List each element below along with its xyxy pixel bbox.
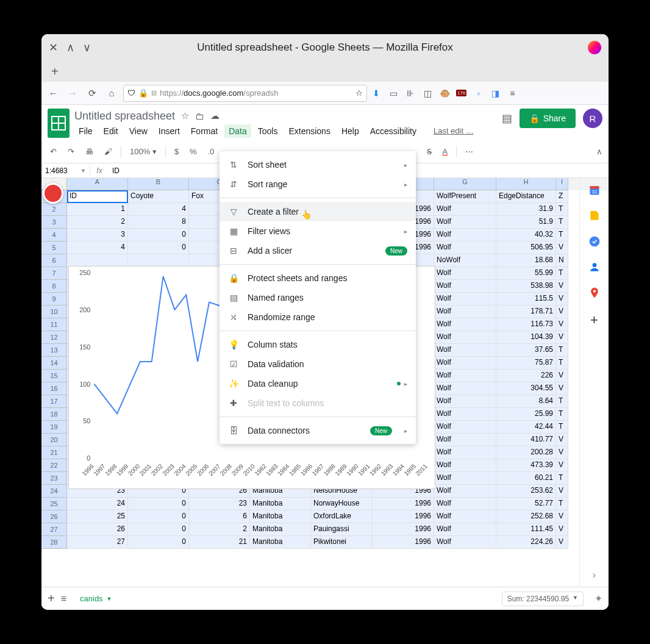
menu-format[interactable]: Format [187, 124, 222, 138]
row-header[interactable]: 20 [41, 434, 67, 446]
cell[interactable]: V [556, 370, 568, 382]
menu-file[interactable]: File [74, 124, 97, 138]
cell[interactable]: 6 [189, 510, 250, 523]
col-header[interactable]: I [556, 178, 568, 190]
menu-view[interactable]: View [125, 124, 152, 138]
decimal-format[interactable]: .0 [205, 146, 217, 157]
minimize-icon[interactable]: ∨ [83, 41, 91, 54]
cell[interactable]: Wolf [434, 382, 496, 395]
redo-icon[interactable]: ↷ [65, 146, 77, 157]
cell[interactable]: 1996 [372, 523, 434, 536]
cell[interactable]: 31.9 [496, 203, 556, 216]
menu-protect[interactable]: 🔒Protect sheets and ranges [220, 268, 416, 288]
new-tab-button[interactable]: + [46, 62, 63, 81]
row-header[interactable]: 13 [41, 344, 67, 357]
cell[interactable]: Wolf [434, 536, 496, 549]
currency-format[interactable]: $ [172, 146, 181, 157]
undo-icon[interactable]: ↶ [48, 146, 59, 157]
cell[interactable]: T [556, 344, 568, 357]
account-icon[interactable]: ▭ [388, 88, 399, 99]
cell[interactable]: Wolf [434, 203, 496, 216]
sidebar-icon[interactable]: ◫ [422, 88, 433, 99]
download-icon[interactable]: ⬇ [371, 88, 382, 99]
cell[interactable]: Wolf [434, 421, 496, 434]
paint-format-icon[interactable]: 🖌 [102, 146, 115, 157]
col-header[interactable]: G [434, 178, 496, 190]
sheet-tab[interactable]: canids▼ [73, 590, 120, 607]
cell[interactable]: T [556, 498, 568, 510]
cell[interactable]: 75.87 [496, 357, 556, 370]
cell[interactable]: 506.95 [496, 242, 556, 254]
star-icon[interactable]: ☆ [181, 110, 189, 121]
cell[interactable]: 111.45 [496, 523, 556, 536]
cell[interactable]: NoWolf [434, 254, 496, 267]
bookmark-star-icon[interactable]: ☆ [355, 88, 363, 98]
cell[interactable]: 226 [496, 370, 556, 382]
cell[interactable]: Pauingassi [311, 523, 372, 536]
cell[interactable]: Wolf [434, 510, 496, 523]
ublock-badge[interactable]: 170 [456, 90, 466, 96]
document-title[interactable]: Untitled spreadsheet [74, 110, 175, 123]
cell[interactable]: Wolf [434, 267, 496, 280]
cell[interactable]: 27 [67, 536, 128, 549]
collapse-panel-icon[interactable]: › [593, 570, 596, 581]
keep-icon[interactable] [588, 210, 601, 222]
cell[interactable]: 0 [128, 242, 189, 254]
menu-icon[interactable]: ≡ [507, 88, 518, 99]
menu-column-stats[interactable]: 💡Column stats [220, 335, 416, 354]
cell[interactable]: 115.5 [496, 293, 556, 306]
row-header[interactable]: 15 [41, 370, 67, 382]
cell[interactable]: Wolf [434, 370, 496, 382]
cell[interactable]: 3 [67, 229, 128, 242]
cell[interactable]: V [556, 306, 568, 318]
cell[interactable]: V [556, 434, 568, 446]
cell[interactable]: 24 [67, 498, 128, 510]
row-header[interactable]: 27 [41, 523, 67, 536]
cell[interactable]: T [556, 216, 568, 229]
cell[interactable]: T [556, 267, 568, 280]
cell[interactable]: N [556, 254, 568, 267]
calendar-icon[interactable]: 31 [588, 184, 601, 196]
cell[interactable]: 21 [189, 536, 250, 549]
cell[interactable]: Wolf [434, 306, 496, 318]
cell[interactable]: 473.39 [496, 459, 556, 472]
cell[interactable]: 18.68 [496, 254, 556, 267]
cell[interactable]: V [556, 382, 568, 395]
cell[interactable]: 0 [128, 523, 189, 536]
cell[interactable]: 8 [128, 216, 189, 229]
menu-data-validation[interactable]: ☑Data validation [220, 354, 416, 374]
move-icon[interactable]: 🗀 [195, 111, 204, 121]
cell[interactable]: 4 [67, 242, 128, 254]
row-header[interactable]: 25 [41, 498, 67, 510]
cell[interactable]: 1996 [372, 510, 434, 523]
zoom-level[interactable]: 100% ▾ [127, 146, 159, 157]
cell[interactable]: T [556, 395, 568, 408]
row-header[interactable]: 16 [41, 382, 67, 395]
menu-sort-range[interactable]: ⇵Sort range▸ [220, 174, 416, 194]
cell[interactable]: Wolf [434, 459, 496, 472]
cell[interactable]: Wolf [434, 229, 496, 242]
row-header[interactable]: 4 [41, 229, 67, 242]
menu-data-cleanup[interactable]: ✨Data cleanup▸ [220, 374, 416, 393]
row-header[interactable]: 18 [41, 408, 67, 421]
print-icon[interactable]: 🖶 [83, 146, 96, 157]
add-sheet-icon[interactable]: + [48, 592, 55, 606]
menu-randomize[interactable]: ⤭Randomize range [220, 307, 416, 327]
cell[interactable]: 4 [128, 203, 189, 216]
row-header[interactable]: 24 [41, 485, 67, 498]
library-icon[interactable]: ⊪ [405, 88, 416, 99]
url-bar[interactable]: 🛡 🔒 ⊟ https://docs.google.com/spreadsh ☆ [123, 85, 367, 102]
cell[interactable]: V [556, 459, 568, 472]
extension-icon[interactable]: 🐵 [439, 88, 450, 99]
cloud-status-icon[interactable]: ☁ [210, 110, 220, 121]
row-header[interactable]: 28 [41, 536, 67, 549]
cell[interactable]: Wolf [434, 242, 496, 254]
maps-icon[interactable] [588, 287, 601, 299]
menu-create-filter[interactable]: ▽Create a filter [220, 202, 416, 221]
cell[interactable]: 200.28 [496, 446, 556, 459]
share-button[interactable]: 🔒 Share [520, 109, 576, 128]
cell[interactable]: Manitoba [250, 498, 311, 510]
cell[interactable]: 25 [67, 510, 128, 523]
back-button[interactable]: ← [45, 85, 61, 101]
row-header[interactable]: 26 [41, 510, 67, 523]
